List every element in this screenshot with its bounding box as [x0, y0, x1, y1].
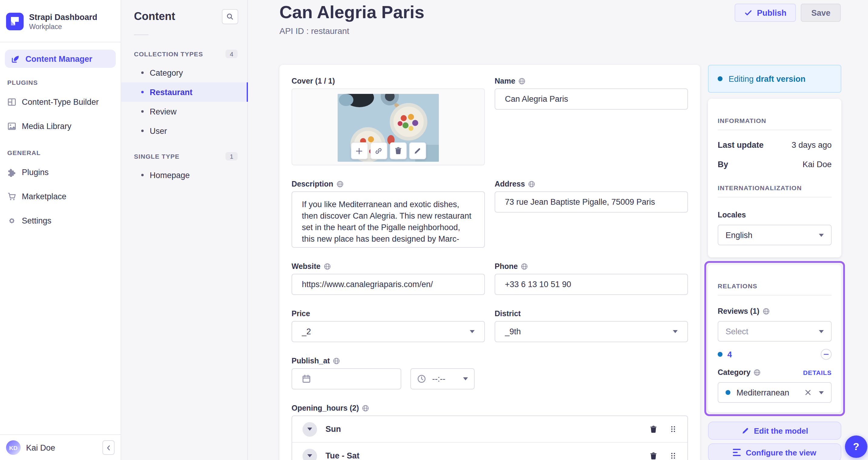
- name-input[interactable]: Can Alegria Paris: [495, 89, 688, 110]
- collapse-sidebar-button[interactable]: [102, 440, 115, 455]
- field-phone: Phone +33 6 13 10 51 90: [495, 262, 688, 295]
- workspace-title: Strapi Dashboard: [29, 12, 97, 22]
- chevron-down-icon: [819, 233, 824, 236]
- field-description: Description If you like Mediterranean an…: [291, 180, 485, 248]
- field-name: Name Can Alegria Paris: [495, 77, 688, 165]
- sidebar-item-content-type-builder[interactable]: Content-Type Builder: [0, 90, 121, 114]
- field-label: Name: [495, 77, 515, 86]
- globe-icon: [521, 263, 528, 270]
- add-media-button[interactable]: [351, 142, 368, 159]
- edit-media-button[interactable]: [409, 142, 426, 159]
- phone-input[interactable]: +33 6 13 10 51 90: [495, 274, 688, 295]
- sidebar-item-label: Marketplace: [22, 192, 66, 201]
- trash-icon: [649, 452, 658, 460]
- chevron-down-icon: [673, 330, 678, 333]
- info-row-last-update: Last update 3 days ago: [718, 140, 832, 150]
- help-button[interactable]: ?: [845, 435, 867, 458]
- relation-link[interactable]: 4: [727, 350, 732, 359]
- sidebar-item-plugins[interactable]: Plugins: [0, 160, 121, 184]
- subnav-title: Content: [134, 10, 175, 23]
- district-select[interactable]: _9th: [495, 321, 688, 342]
- main-content: Can Alegria Paris API ID : restaurant Pu…: [248, 0, 868, 460]
- subnav-item-review[interactable]: Review: [121, 102, 247, 121]
- sidebar-item-content-manager[interactable]: Content Manager: [5, 50, 116, 68]
- globe-icon: [518, 77, 526, 85]
- single-type-header: SINGLE TYPE 1: [134, 152, 238, 161]
- website-input[interactable]: https://www.canalegriaparis.com/en/: [291, 274, 485, 295]
- draft-status-text: Editing draft version: [728, 74, 806, 83]
- subnav-item-label: User: [150, 126, 167, 135]
- divider: [718, 130, 832, 130]
- drag-handle[interactable]: [669, 452, 677, 460]
- delete-row-button[interactable]: [649, 452, 658, 460]
- grip-icon: [669, 452, 677, 460]
- entry-header: Can Alegria Paris API ID : restaurant Pu…: [248, 0, 868, 36]
- workspace-header[interactable]: Strapi Dashboard Workplace: [0, 0, 121, 35]
- globe-icon: [362, 404, 369, 412]
- information-header: INFORMATION: [718, 117, 832, 124]
- spacer: [495, 357, 688, 389]
- globe-icon: [753, 369, 761, 376]
- sidebar-item-settings[interactable]: Settings: [0, 208, 121, 233]
- search-button[interactable]: [222, 9, 238, 24]
- bullet-icon: [141, 130, 144, 132]
- clear-category-button[interactable]: [804, 389, 812, 396]
- delete-row-button[interactable]: [649, 425, 658, 433]
- field-district: District _9th: [495, 309, 688, 342]
- copy-link-button[interactable]: [370, 142, 387, 159]
- reviews-select[interactable]: Select: [718, 321, 832, 341]
- subnav-item-homepage[interactable]: Homepage: [121, 165, 247, 185]
- delete-media-button[interactable]: [390, 142, 406, 159]
- subnav-item-restaurant[interactable]: Restaurant: [121, 83, 247, 102]
- description-textarea[interactable]: If you like Mediterranean and exotic dis…: [291, 191, 485, 248]
- chevron-down-icon: [463, 377, 468, 380]
- field-label: Description: [291, 180, 333, 188]
- subnav-item-label: Restaurant: [150, 88, 192, 97]
- api-id-subtitle: API ID : restaurant: [279, 26, 424, 36]
- grip-icon: [669, 425, 677, 433]
- info-row-by: By Kai Doe: [718, 160, 832, 169]
- sidebar-item-media-library[interactable]: Media Library: [0, 114, 121, 138]
- address-input[interactable]: 73 rue Jean Baptiste Pigalle, 75009 Pari…: [495, 191, 688, 212]
- group-label: COLLECTION TYPES: [134, 50, 203, 58]
- price-select[interactable]: _2: [291, 321, 485, 342]
- field-opening-hours: Opening_hours (2) Sun: [291, 404, 688, 460]
- subnav-item-category[interactable]: Category: [121, 63, 247, 83]
- category-row: Category DETAILS: [718, 368, 832, 377]
- time-select[interactable]: --:--: [410, 368, 475, 389]
- sidebar-item-marketplace[interactable]: Marketplace: [0, 184, 121, 208]
- field-price: Price _2: [291, 309, 485, 342]
- field-label: Publish_at: [291, 357, 330, 365]
- subnav-item-user[interactable]: User: [121, 121, 247, 140]
- remove-relation-button[interactable]: [821, 349, 832, 360]
- cover-media-zone[interactable]: [291, 89, 485, 165]
- configure-view-button[interactable]: Configure the view: [708, 443, 841, 460]
- details-link[interactable]: DETAILS: [803, 369, 832, 376]
- district-value: _9th: [505, 327, 521, 336]
- publish-button[interactable]: Publish: [734, 4, 796, 22]
- divider: [718, 197, 832, 197]
- drag-handle[interactable]: [669, 425, 677, 433]
- publish-label: Publish: [757, 8, 786, 17]
- chevron-down-icon: [307, 454, 312, 457]
- draft-dot-icon: [718, 76, 722, 81]
- expand-row-button[interactable]: [303, 422, 317, 436]
- category-select[interactable]: Mediterranean: [718, 382, 832, 403]
- date-input[interactable]: [291, 368, 401, 389]
- edit-form-card: Cover (1 / 1): [279, 65, 700, 460]
- save-button[interactable]: Save: [801, 4, 841, 22]
- information-card: INFORMATION Last update 3 days ago By Ka…: [708, 99, 841, 257]
- puzzle-icon: [7, 167, 17, 176]
- page-title: Can Alegria Paris: [279, 2, 424, 22]
- locale-select[interactable]: English: [718, 225, 832, 245]
- chevron-down-icon: [819, 391, 824, 394]
- expand-row-button[interactable]: [303, 449, 317, 460]
- strapi-admin-app: Strapi Dashboard Workplace Content Manag…: [0, 0, 868, 460]
- bullet-icon: [141, 174, 144, 176]
- edit-model-button[interactable]: Edit the model: [708, 422, 841, 440]
- avatar[interactable]: KD: [6, 440, 21, 455]
- locale-value: English: [725, 230, 752, 239]
- field-label: Website: [291, 262, 320, 271]
- globe-icon: [333, 357, 340, 365]
- link-icon: [375, 147, 382, 155]
